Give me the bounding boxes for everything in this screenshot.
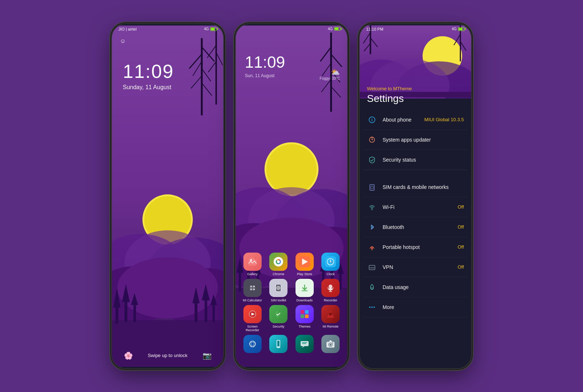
svg-point-110 [330,344,332,345]
app-icon-gallery [243,253,262,271]
vpn-label: VPN [383,264,458,270]
app-miremote[interactable]: Mi Remote [318,305,343,332]
app-label-downloads: Downloads [296,298,313,302]
app-label-screenrecorder: Screen Recorder [240,325,265,332]
svg-point-99 [250,342,255,345]
divider-1 [363,170,467,177]
more-icon [367,302,377,312]
svg-point-111 [332,342,333,343]
weather-icon: ⛅ [320,68,340,76]
status-bar-phone1: JIO | airtel 4G [112,24,223,33]
app-grid: Gallery Chrome [236,249,347,361]
app-clock[interactable]: Clock [318,253,343,276]
settings-vpn[interactable]: VPN VPN Off [363,257,467,277]
svg-rect-95 [305,314,309,318]
svg-marker-105 [302,346,305,348]
app-downloads[interactable]: Downloads [292,279,317,302]
svg-point-84 [278,287,279,288]
settings-bluetooth[interactable]: Bluetooth Off [363,217,467,237]
svg-rect-14 [133,304,136,322]
app-label-recorder: Recorder [324,298,337,302]
lock-screen-bottom: 🌸 Swipe up to unlock 📷 [112,350,223,361]
app-simtoolkit[interactable]: SIM toolkit [266,279,291,302]
svg-point-136 [369,306,371,308]
svg-point-76 [250,285,252,287]
app-label-playstore: Play Store [297,272,312,276]
settings-data-usage[interactable]: Data usage [363,277,467,297]
lock-screen-date: Sunday, 11 August [123,84,171,91]
svg-point-79 [253,288,255,290]
settings-system-apps[interactable]: System apps updater [363,130,467,150]
data-usage-label: Data usage [383,284,464,290]
settings-list: i About phone MIUI Global 10.3.5 [360,110,471,317]
app-icon-space [243,335,262,353]
app-label-security: Security [273,325,285,328]
camera-quick-launch[interactable]: 📷 [201,350,212,361]
phone-home-screen: 4G [235,23,348,369]
security-status-label: Security status [383,157,464,163]
app-security[interactable]: Security [266,305,291,332]
carrier-text: JIO | airtel [118,27,137,31]
lotus-icon[interactable]: 🌸 [123,350,134,361]
app-camera[interactable] [318,335,343,355]
svg-point-98 [250,341,255,347]
app-screenrecorder[interactable]: Screen Recorder [240,305,265,332]
app-icon-security [269,305,287,323]
app-phone[interactable] [266,335,291,355]
app-row-2: Mi Calculator SIM toolkit [239,279,344,302]
svg-rect-16 [195,301,197,322]
settings-hotspot[interactable]: Portable hotspot Off [363,237,467,257]
svg-point-68 [277,260,280,263]
app-calculator[interactable]: Mi Calculator [240,279,265,302]
status-icons-home: 4G [328,27,341,31]
app-icon-simtoolkit [269,279,287,297]
svg-rect-94 [301,314,304,318]
svg-point-78 [250,288,252,290]
svg-point-8 [117,257,218,318]
hotspot-icon [367,242,377,252]
wifi-icon [367,202,377,212]
data-usage-icon [367,282,377,292]
app-icon-downloads [296,279,314,297]
sim-cards-label: SIM cards & mobile networks [383,184,464,190]
app-messages[interactable] [292,335,317,355]
svg-rect-102 [277,341,279,347]
svg-point-97 [329,313,332,316]
system-apps-icon [367,135,377,145]
settings-sim-cards[interactable]: SIM cards & mobile networks [363,177,467,197]
security-status-icon [367,155,377,165]
settings-wifi[interactable]: Wi-Fi Off [363,197,467,217]
settings-more[interactable]: More [363,297,467,317]
svg-point-131 [371,248,373,249]
app-icon-phone [269,335,287,353]
app-icon-chrome [269,253,287,271]
svg-point-35 [266,144,317,194]
app-themes[interactable]: Themes [292,305,317,332]
app-chrome[interactable]: Chrome [266,253,291,276]
settings-about-phone[interactable]: i About phone MIUI Global 10.3.5 [363,110,467,130]
svg-point-100 [251,341,254,347]
app-label-calculator: Mi Calculator [243,298,262,302]
app-recorder[interactable]: Recorder [318,279,343,302]
notification-smiley: ☺ [120,38,126,44]
swipe-text: Swipe up to unlock [148,353,187,358]
svg-point-77 [253,285,255,287]
settings-content: Welcome to MTheme Settings i About phone… [360,79,471,368]
system-apps-label: System apps updater [383,137,464,143]
settings-security-status[interactable]: Security status [363,150,467,170]
network-type-home: 4G [328,27,333,31]
svg-rect-128 [370,185,374,190]
app-space[interactable] [240,335,265,355]
battery-icon-settings [458,27,465,31]
more-label: More [383,304,464,310]
app-row-1: Gallery Chrome [239,253,344,276]
app-gallery[interactable]: Gallery [240,253,265,276]
battery-icon-home [334,27,341,31]
svg-rect-18 [205,298,207,322]
about-phone-icon: i [367,115,377,125]
settings-title: Settings [367,93,464,104]
lock-screen-time: 11:09 [123,60,174,82]
app-icon-screenrecorder [243,305,262,323]
app-playstore[interactable]: Play Store [292,253,317,276]
bluetooth-icon [367,222,377,232]
